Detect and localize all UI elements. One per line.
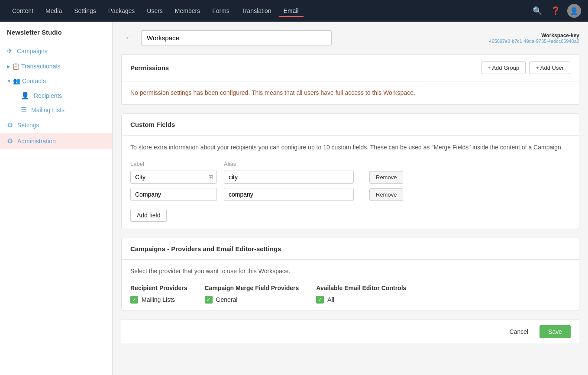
main-content: ← Workspace-key 465697e8-b7c1-49da-9735-… bbox=[113, 22, 588, 375]
nav-users[interactable]: Users bbox=[142, 5, 168, 17]
email-editor-title: Available Email Editor Controls bbox=[316, 284, 406, 291]
remove-company-button[interactable]: Remove bbox=[369, 188, 403, 201]
sidebar-item-transactionals[interactable]: ▶ 📋 Transactionals bbox=[0, 59, 112, 74]
company-alias-input[interactable] bbox=[224, 188, 354, 201]
nav-forms[interactable]: Forms bbox=[207, 5, 235, 17]
sidebar-item-label: Mailing Lists bbox=[31, 107, 65, 113]
mailing-lists-icon: ☰ bbox=[21, 106, 27, 114]
back-button[interactable]: ← bbox=[121, 32, 136, 44]
custom-fields-header: Custom Fields bbox=[122, 114, 579, 136]
general-label: General bbox=[216, 296, 238, 303]
custom-fields-desc: To store extra information about your re… bbox=[130, 142, 570, 152]
nav-members[interactable]: Members bbox=[170, 5, 205, 17]
sidebar-item-mailing-lists[interactable]: ☰ Mailing Lists bbox=[17, 103, 112, 117]
sidebar-item-campaigns[interactable]: ✈ Campaigns bbox=[0, 43, 112, 59]
providers-header: Campaigns - Providers and Email Editor-s… bbox=[122, 238, 579, 260]
company-label-input[interactable] bbox=[130, 188, 217, 201]
providers-desc: Select the provider that you want to use… bbox=[130, 267, 570, 276]
nav-packages[interactable]: Packages bbox=[103, 5, 140, 17]
permissions-section: Permissions + Add Group + Add User No pe… bbox=[121, 54, 579, 105]
company-label-wrapper bbox=[130, 188, 217, 201]
sidebar-item-settings[interactable]: ⚙ Settings bbox=[0, 117, 112, 133]
mailing-lists-checkbox[interactable]: ✓ bbox=[130, 296, 138, 304]
city-label-wrapper: ⊞ bbox=[130, 171, 217, 184]
add-group-button[interactable]: + Add Group bbox=[481, 61, 526, 74]
city-alias-input[interactable] bbox=[224, 171, 354, 184]
custom-fields-section: Custom Fields To store extra information… bbox=[121, 113, 579, 229]
providers-grid: Recipient Providers ✓ Mailing Lists Camp… bbox=[130, 284, 570, 304]
page-footer: Cancel Save bbox=[121, 320, 579, 343]
general-provider-item: ✓ General bbox=[205, 296, 299, 304]
alias-col-header: Alias bbox=[224, 161, 570, 167]
save-button[interactable]: Save bbox=[540, 325, 571, 338]
top-nav: Content Media Settings Packages Users Me… bbox=[0, 0, 588, 22]
custom-fields-title: Custom Fields bbox=[130, 121, 175, 128]
workspace-key-label: Workspace-key bbox=[489, 32, 579, 39]
sidebar-item-label: Transactionals bbox=[21, 63, 61, 70]
workspace-key-value: 465697e8-b7c1-49da-9735-4edcc05940a0 bbox=[489, 39, 579, 44]
nav-icons: 🔍 ❓ 👤 bbox=[531, 4, 581, 18]
permissions-title: Permissions bbox=[130, 64, 169, 71]
sidebar-item-label: Contacts bbox=[22, 78, 46, 84]
recipient-providers-col: Recipient Providers ✓ Mailing Lists bbox=[130, 284, 187, 304]
add-user-button[interactable]: + Add User bbox=[529, 61, 570, 74]
sidebar-item-label: Campaigns bbox=[17, 48, 48, 55]
permissions-alert: No permission settings has been configur… bbox=[130, 88, 570, 97]
transactionals-icon: 📋 bbox=[12, 63, 19, 70]
workspace-name-input[interactable] bbox=[141, 30, 332, 45]
nav-content[interactable]: Content bbox=[7, 5, 39, 17]
fields-table: Label Alias ⊞ Remove bbox=[130, 161, 570, 201]
label-col-header: Label bbox=[130, 161, 217, 167]
permissions-body: No permission settings has been configur… bbox=[122, 81, 579, 104]
sidebar-item-label: Administration bbox=[17, 138, 56, 145]
providers-section: Campaigns - Providers and Email Editor-s… bbox=[121, 238, 579, 311]
sidebar-title: Newsletter Studio bbox=[0, 29, 112, 43]
add-field-button[interactable]: Add field bbox=[130, 209, 167, 222]
campaigns-icon: ✈ bbox=[7, 47, 13, 55]
nav-items: Content Media Settings Packages Users Me… bbox=[7, 5, 531, 17]
nav-settings[interactable]: Settings bbox=[69, 5, 101, 17]
all-editor-item: ✓ All bbox=[316, 296, 406, 304]
mailing-lists-label: Mailing Lists bbox=[142, 296, 175, 303]
sidebar-item-recipients[interactable]: 👤 Recipients bbox=[17, 88, 112, 103]
sidebar-item-label: Settings bbox=[17, 122, 39, 129]
nav-media[interactable]: Media bbox=[40, 5, 67, 17]
fields-header: Label Alias bbox=[130, 161, 570, 167]
chevron-down-icon: ▼ bbox=[7, 79, 11, 84]
help-icon[interactable]: ❓ bbox=[549, 4, 562, 17]
layout: Newsletter Studio ✈ Campaigns ▶ 📋 Transa… bbox=[0, 22, 588, 375]
campaign-merge-col: Campaign Merge Field Providers ✓ General bbox=[205, 284, 299, 304]
general-checkbox[interactable]: ✓ bbox=[205, 296, 213, 304]
workspace-header: ← Workspace-key 465697e8-b7c1-49da-9735-… bbox=[121, 30, 579, 45]
sidebar-item-label: Recipients bbox=[34, 92, 62, 99]
campaign-merge-title: Campaign Merge Field Providers bbox=[205, 284, 299, 291]
sidebar-item-administration[interactable]: ⚙ Administration bbox=[0, 133, 112, 149]
custom-fields-body: To store extra information about your re… bbox=[122, 136, 579, 229]
administration-icon: ⚙ bbox=[7, 137, 13, 145]
nav-translation[interactable]: Translation bbox=[236, 5, 277, 17]
email-editor-col: Available Email Editor Controls ✓ All bbox=[316, 284, 406, 304]
chevron-right-icon: ▶ bbox=[7, 64, 10, 69]
settings-icon: ⚙ bbox=[7, 121, 13, 129]
mailing-lists-provider-item: ✓ Mailing Lists bbox=[130, 296, 187, 304]
sidebar: Newsletter Studio ✈ Campaigns ▶ 📋 Transa… bbox=[0, 22, 113, 375]
field-row-city: ⊞ Remove bbox=[130, 171, 570, 184]
remove-city-button[interactable]: Remove bbox=[369, 171, 403, 184]
field-icon: ⊞ bbox=[208, 174, 213, 181]
field-row-company: Remove bbox=[130, 188, 570, 201]
recipients-icon: 👤 bbox=[21, 91, 29, 100]
avatar[interactable]: 👤 bbox=[567, 4, 581, 18]
all-checkbox[interactable]: ✓ bbox=[316, 296, 324, 304]
sidebar-item-contacts[interactable]: ▼ 👥 Contacts bbox=[0, 74, 112, 88]
city-label-input[interactable] bbox=[130, 171, 217, 184]
permissions-header: Permissions + Add Group + Add User bbox=[122, 55, 579, 81]
sidebar-sub-contacts: 👤 Recipients ☰ Mailing Lists bbox=[0, 88, 112, 117]
providers-body: Select the provider that you want to use… bbox=[122, 260, 579, 310]
cancel-button[interactable]: Cancel bbox=[502, 325, 535, 338]
search-icon[interactable]: 🔍 bbox=[531, 4, 544, 17]
workspace-key: Workspace-key 465697e8-b7c1-49da-9735-4e… bbox=[489, 32, 579, 44]
providers-title: Campaigns - Providers and Email Editor-s… bbox=[130, 245, 281, 252]
nav-email[interactable]: Email bbox=[278, 5, 304, 17]
recipient-providers-title: Recipient Providers bbox=[130, 284, 187, 291]
all-label: All bbox=[327, 296, 334, 303]
